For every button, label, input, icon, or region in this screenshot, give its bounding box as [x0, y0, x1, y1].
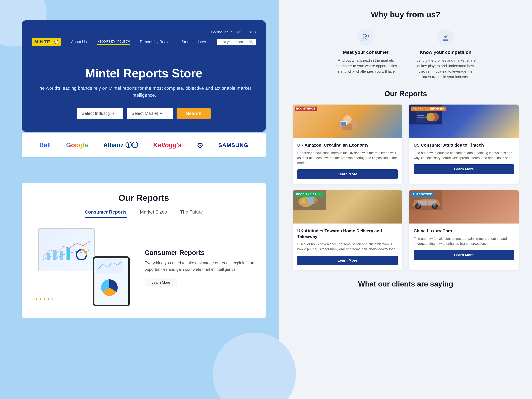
- nav-search-input[interactable]: [220, 40, 248, 44]
- meet-consumer-desc: Find out what's next in the markets that…: [334, 58, 397, 74]
- svg-point-8: [366, 35, 369, 37]
- select-industry[interactable]: Select Industry ▾: [77, 108, 123, 119]
- nav-main-bar: MINTEL 💬 About Us Reports by Industry Re…: [32, 38, 256, 50]
- our-reports-right: Our Reports ECOMMERCE: [293, 90, 519, 270]
- our-reports-right-title: Our Reports: [293, 90, 519, 98]
- cars-card-desc: Find out how female consumers are gainin…: [414, 236, 514, 246]
- tab-market-sizes[interactable]: Market Sizes: [140, 209, 167, 218]
- logo[interactable]: MINTEL 💬: [32, 38, 61, 46]
- food-card-desc: Discover how convenience, personalisatio…: [297, 242, 398, 252]
- partner-unilever: ⊙: [197, 141, 203, 150]
- partners-strip: Bell Google Allianz ⓘⓘ Kellogg's ⊙ SAMSU…: [22, 133, 266, 157]
- clients-section-title: What our clients are saying: [293, 280, 519, 288]
- logo-chat-icon: 💬: [54, 40, 58, 44]
- consumer-reports-desc: Everything you need to take advantage of…: [145, 260, 256, 273]
- consumer-learn-more-button[interactable]: Learn More: [145, 278, 177, 287]
- svg-rect-20: [417, 115, 424, 116]
- report-card-body-amazon: UK Amazon: Creating an Economy Understan…: [293, 138, 402, 184]
- monitor-screen: [39, 229, 94, 271]
- report-card-img-food: FOOD AND DRINK: [293, 190, 402, 224]
- report-cards-grid: ECOMMERCE UK Amazon: Creating an Economy…: [293, 105, 519, 270]
- svg-rect-2: [60, 251, 63, 260]
- chart-svg: [43, 237, 90, 263]
- partner-allianz: Allianz ⓘⓘ: [103, 141, 138, 150]
- amazon-card-desc: Understand how consumers in the UK shop …: [297, 150, 398, 165]
- our-reports-section: Our Reports Consumer Reports Market Size…: [22, 183, 266, 318]
- currency-selector[interactable]: GBP ▾: [246, 30, 256, 34]
- badge-financial: FINANCIAL SERVICES: [411, 106, 446, 111]
- logo-text: MINTEL: [34, 39, 54, 44]
- why-card-competition: Know your competition Identify the profi…: [414, 29, 477, 80]
- nav-search-box[interactable]: 🔍: [217, 39, 256, 45]
- login-signup-link[interactable]: Login/Signup: [211, 30, 232, 34]
- report-card-cars: AUTOMOTIVE China Luxury Cars Find out ho…: [409, 190, 519, 270]
- svg-rect-27: [308, 196, 314, 204]
- tablet-chart-svg: [95, 258, 124, 301]
- cars-learn-more-button[interactable]: Learn More: [414, 250, 514, 260]
- right-panel: Why buy from us? Meet your consumer Find…: [279, 0, 532, 399]
- hero-card: Login/Signup 🛒 GBP ▾ MINTEL 💬 About Us R…: [22, 20, 266, 132]
- why-buy-title: Why buy from us?: [293, 10, 519, 19]
- hero-search-button[interactable]: Search: [177, 108, 211, 119]
- svg-rect-1: [53, 250, 57, 260]
- fintech-learn-more-button[interactable]: Learn More: [414, 164, 514, 174]
- food-learn-more-button[interactable]: Learn More: [297, 256, 398, 265]
- consumer-reports-title: Consumer Reports: [145, 249, 256, 256]
- report-card-body-cars: China Luxury Cars Find out how female co…: [409, 224, 519, 264]
- tab-consumer-reports[interactable]: Consumer Reports: [85, 209, 127, 218]
- svg-rect-34: [418, 200, 427, 205]
- nav-reports-by-industry[interactable]: Reports by Industry: [97, 39, 130, 45]
- tablet-screen: [95, 258, 128, 305]
- know-competition-title: Know your competition: [414, 50, 477, 55]
- device-monitor: [38, 228, 95, 271]
- hero-subtitle: The world's leading brands rely on Minte…: [32, 85, 256, 99]
- know-competition-icon: [437, 29, 454, 46]
- svg-point-7: [363, 34, 366, 37]
- fintech-card-desc: Find out how to educate consumers about …: [414, 150, 514, 160]
- nav-reports-by-region[interactable]: Reports by Region: [140, 40, 171, 44]
- svg-point-18: [431, 113, 439, 121]
- svg-rect-35: [428, 200, 437, 205]
- hero-title: Mintel Reports Store: [32, 67, 256, 80]
- report-card-img-cars: AUTOMOTIVE: [409, 190, 519, 224]
- cart-icon[interactable]: 🛒: [237, 30, 241, 35]
- our-reports-section-title: Our Reports: [32, 193, 256, 203]
- device-tablet: [93, 256, 130, 306]
- food-card-title: UK Attitudes Towards Home Delivery and T…: [297, 228, 398, 239]
- nav-about-us[interactable]: About Us: [71, 40, 87, 44]
- hero-content: Mintel Reports Store The world's leading…: [32, 67, 256, 119]
- nav-search-icon: 🔍: [249, 40, 253, 44]
- partner-kelloggs: Kellogg's: [153, 142, 182, 149]
- partner-bell: Bell: [39, 142, 51, 149]
- amazon-learn-more-button[interactable]: Learn More: [297, 169, 398, 179]
- svg-rect-21: [417, 117, 426, 118]
- svg-rect-19: [417, 114, 427, 114]
- meet-consumer-icon: [357, 29, 374, 46]
- nav-store-updates[interactable]: Store Updates: [182, 40, 206, 44]
- svg-rect-3: [66, 248, 70, 260]
- partner-google: Google: [66, 142, 88, 149]
- why-cards-row: Meet your consumer Find out what's next …: [293, 29, 519, 80]
- report-card-img-amazon: ECOMMERCE: [293, 105, 402, 138]
- svg-point-31: [417, 204, 420, 208]
- tab-the-future[interactable]: The Future: [180, 209, 203, 218]
- svg-point-25: [301, 199, 305, 203]
- star-rating: ★ ★ ★ ★ ★: [35, 297, 54, 301]
- nav-top-bar: Login/Signup 🛒 GBP ▾: [32, 30, 256, 35]
- svg-rect-9: [444, 34, 447, 36]
- select-market[interactable]: Select Market ▾: [127, 108, 173, 119]
- partner-samsung: SAMSUNG: [218, 142, 248, 148]
- why-card-consumer: Meet your consumer Find out what's next …: [334, 29, 397, 80]
- left-panel: Login/Signup 🛒 GBP ▾ MINTEL 💬 About Us R…: [0, 0, 279, 399]
- svg-rect-5: [96, 259, 123, 273]
- why-buy-section: Why buy from us? Meet your consumer Find…: [293, 10, 519, 80]
- report-card-amazon: ECOMMERCE UK Amazon: Creating an Economy…: [293, 105, 402, 184]
- report-card-fintech: FINANCIAL SERVICES US Consumer Attitudes…: [409, 105, 519, 184]
- svg-rect-14: [341, 122, 346, 125]
- badge-automotive: AUTOMOTIVE: [411, 192, 434, 197]
- meet-consumer-title: Meet your consumer: [334, 50, 397, 55]
- report-card-body-fintech: US Consumer Attitudes to Fintech Find ou…: [409, 138, 519, 179]
- know-competition-desc: Identify the profiles and market share o…: [414, 58, 477, 80]
- svg-rect-0: [47, 253, 50, 260]
- hero-search-row: Select Industry ▾ Select Market ▾ Search: [32, 108, 256, 119]
